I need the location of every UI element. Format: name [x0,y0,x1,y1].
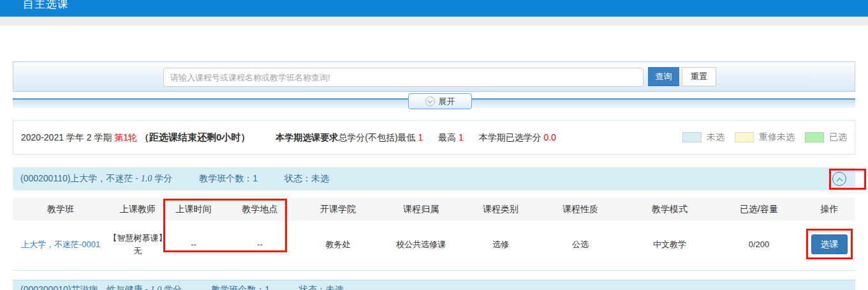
collapse-chevron-up-icon[interactable] [832,172,846,186]
selected-credit-label: 本学期已选学分 [479,132,541,142]
location-cell: -- [220,238,300,251]
search-input[interactable] [163,68,644,87]
legend-swatch-selected [805,132,824,142]
query-button[interactable]: 查询 [648,67,679,86]
teacher-line1: 【智慧树慕课】 [108,232,167,245]
next-course-header[interactable]: (000200010)艾滋病，性与健康 - 1.0 学分 教学班个数：1 状态：… [13,280,855,290]
selected-credit-value: 0.0 [544,132,556,142]
table-row: 上大学，不迷茫-0001 【智慧树慕课】 无 -- -- 教务处 校公共选修课 … [13,220,855,268]
college-cell: 教务处 [300,238,376,251]
col-header-mode: 教学模式 [625,202,714,216]
semester-text: 2020-2021 学年 2 学期 [21,132,112,142]
legend-item-retake: 重修未选 [735,132,795,143]
app-header: 自主选课 [0,0,868,17]
col-header-time: 上课时间 [167,202,220,216]
col-header-category: 课程类别 [466,202,536,216]
capacity-cell: 0/200 [714,238,804,251]
legend-label-retake: 重修未选 [759,132,795,143]
legend-label-selected: 已选 [829,132,847,143]
mode-cell: 中文教学 [625,238,714,251]
max-credit-value: 1 [459,132,464,142]
legend-label-unselected: 未选 [707,132,725,143]
reset-button[interactable]: 重置 [682,67,716,86]
page-title: 自主选课 [23,0,69,11]
requirement-label: 本学期选课要求 [276,132,338,142]
col-header-belong: 课程归属 [376,202,466,216]
nature-cell: 公选 [536,238,625,251]
panel-divider [13,270,855,271]
select-course-button[interactable]: 选课 [811,234,848,254]
max-credit-label: 最高 [438,132,456,142]
requirement-text: 总学分(不包括)最低 [338,132,415,142]
expand-tab-label: 展开 [439,96,455,107]
time-cell: -- [167,238,220,251]
round-text: 第1轮 [114,132,137,142]
course-selection-page: 自主选课 查询 重置 展开 2020-2021 学年 2 学期 第1轮 （距选课… [0,0,868,290]
course-title: (000200110)上大学，不迷茫 - 1.0 学分 [20,173,172,185]
col-header-nature: 课程性质 [536,202,625,216]
next-course-text: (000200010)艾滋病，性与健康 - 1.0 学分 教学班个数：1 状态：… [13,280,855,290]
countdown-text: （距选课结束还剩0小时） [140,132,250,142]
col-header-class: 教学班 [13,202,108,216]
expand-tab[interactable]: 展开 [408,93,472,109]
col-header-teacher: 上课教师 [108,202,167,216]
action-cell: 选课 [804,234,855,254]
legend: 未选 重修未选 已选 [682,132,847,143]
legend-item-selected: 已选 [805,132,847,143]
legend-item-unselected: 未选 [682,132,725,143]
semester-info-panel: 2020-2021 学年 2 学期 第1轮 （距选课结束还剩0小时） 本学期选课… [13,120,855,155]
teacher-line2: 无 [108,245,167,257]
legend-swatch-retake [735,132,754,142]
col-header-college: 开课学院 [300,202,376,216]
teacher-cell: 【智慧树慕课】 无 [108,232,167,257]
category-cell: 选修 [466,238,536,251]
legend-swatch-unselected [682,132,702,142]
min-credit-value: 1 [418,132,423,142]
class-name-link[interactable]: 上大学，不迷茫-0001 [13,238,108,251]
belong-cell: 校公共选修课 [376,238,466,251]
search-panel: 查询 重置 [13,61,855,92]
col-header-capacity: 已选/容量 [714,202,804,216]
col-header-action: 操作 [804,202,855,216]
semester-info-text: 2020-2021 学年 2 学期 第1轮 （距选课结束还剩0小时） 本学期选课… [21,132,556,144]
col-header-location: 教学地点 [220,202,300,216]
course-class-count: 教学班个数：1 [199,173,258,185]
course-header[interactable]: (000200110)上大学，不迷茫 - 1.0 学分 教学班个数：1 状态：未… [13,167,855,190]
chevron-down-icon [425,96,435,106]
table-header-row: 教学班 上课教师 上课时间 教学地点 开课学院 课程归属 课程类别 课程性质 教… [13,198,855,220]
header-sub-strip [0,17,868,26]
course-status: 状态：未选 [284,173,329,185]
